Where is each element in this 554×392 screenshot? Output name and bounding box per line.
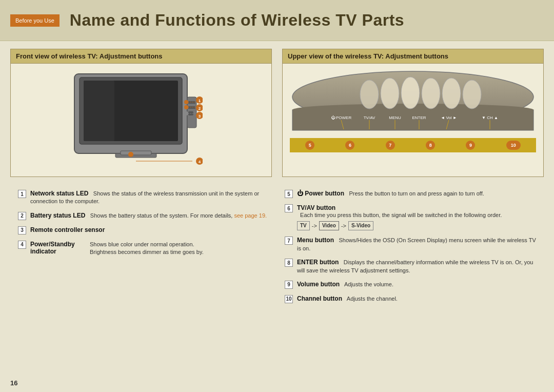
svg-point-22 xyxy=(128,152,133,157)
svg-text:⏻ POWER: ⏻ POWER xyxy=(331,115,352,120)
svg-rect-8 xyxy=(188,106,195,109)
svg-text:◄ Vol ►: ◄ Vol ► xyxy=(441,115,457,120)
callout-10: 10 xyxy=(506,141,521,150)
desc-num-4: 4 xyxy=(18,241,26,249)
desc-num-1: 1 xyxy=(18,190,26,198)
svg-text:3: 3 xyxy=(199,114,201,119)
desc-num-2: 2 xyxy=(18,212,26,220)
page-title: Name and Functions of Wireless TV Parts xyxy=(70,11,404,30)
desc-text-4: Shows blue color under normal operation.… xyxy=(90,241,204,257)
desc-item-2: 2 Battery status LED Shows the battery s… xyxy=(18,212,269,220)
svg-point-11 xyxy=(184,105,188,109)
desc-num-8: 8 xyxy=(285,259,293,267)
arrow-1: -> xyxy=(312,222,317,230)
callout-9: 9 xyxy=(466,141,475,150)
desc-right: 5 ⏻ Power button Press the button to tur… xyxy=(277,187,544,312)
desc-item-4: 4 Power/Standbyindicator Shows blue colo… xyxy=(18,241,269,257)
desc-item-6: 6 TV/AV button Each time you press this … xyxy=(285,204,536,230)
desc-num-7: 7 xyxy=(285,237,293,245)
section-badge: Before you Use xyxy=(10,14,60,27)
desc-label-4: Power/Standbyindicator xyxy=(30,241,87,255)
desc-item-10: 10 Channel button Adjusts the channel. xyxy=(285,295,536,303)
upper-view-content: ⏻ POWER TV/AV MENU ENTER ◄ Vol ► ▼ CH ▲ xyxy=(283,64,543,177)
callout-5: 5 xyxy=(305,141,314,150)
front-view-title: Front view of wireless TV: Adjustment bu… xyxy=(11,49,271,64)
desc-num-6: 6 xyxy=(285,204,293,212)
svg-text:2: 2 xyxy=(199,106,201,111)
arrow-2: -> xyxy=(341,222,346,230)
callout-7: 7 xyxy=(386,141,395,150)
callout-bar: 5 6 7 8 9 10 xyxy=(290,138,536,152)
diagrams-row: Front view of wireless TV: Adjustment bu… xyxy=(10,49,544,177)
svg-point-29 xyxy=(360,80,379,109)
desc-num-9: 9 xyxy=(285,281,293,289)
desc-text-2: Shows the battery status of the system. … xyxy=(87,212,267,219)
svg-text:1: 1 xyxy=(199,99,201,103)
desc-num-5: 5 xyxy=(285,190,293,198)
callout-8: 8 xyxy=(426,141,435,150)
desc-label-9: Volume button xyxy=(297,281,340,288)
desc-item-3: 3 Remote controller sensor xyxy=(18,226,269,234)
desc-label-2: Battery status LED xyxy=(30,212,85,219)
svg-text:▼ CH ▲: ▼ CH ▲ xyxy=(482,115,498,120)
desc-label-10: Channel button xyxy=(297,295,342,302)
desc-item-7: 7 Menu button Shows/Hides the OSD (On Sc… xyxy=(285,237,536,252)
desc-text-9: Adjusts the volume. xyxy=(341,281,393,287)
main-content: Front view of wireless TV: Adjustment bu… xyxy=(0,41,554,325)
desc-item-1: 1 Network status LED Shows the status of… xyxy=(18,190,269,206)
svg-point-10 xyxy=(184,100,188,104)
desc-label-3: Remote controller sensor xyxy=(30,226,105,233)
svg-point-34 xyxy=(463,80,481,109)
desc-left: 1 Network status LED Shows the status of… xyxy=(10,187,277,312)
svg-text:TV/AV: TV/AV xyxy=(364,115,375,120)
svg-point-32 xyxy=(422,78,440,109)
svg-text:MENU: MENU xyxy=(389,115,401,120)
svg-text:4: 4 xyxy=(199,160,201,164)
desc-item-5: 5 ⏻ Power button Press the button to tur… xyxy=(285,190,536,198)
desc-text-6: Each time you press this button, the sig… xyxy=(297,211,502,230)
signal-tv: TV xyxy=(297,221,310,230)
desc-text-5: Press the button to turn on and press ag… xyxy=(346,190,484,197)
desc-num-10: 10 xyxy=(285,295,293,303)
signal-video: Video xyxy=(319,221,339,230)
desc-label-7: Menu button xyxy=(297,237,334,244)
svg-point-33 xyxy=(442,78,461,109)
tv-front-diagram: 1 2 3 4 xyxy=(69,71,213,169)
desc-item-8: 8 ENTER button Displays the channel/batt… xyxy=(285,259,536,275)
desc-num-3: 3 xyxy=(18,226,26,234)
signal-svideo: S-Video xyxy=(348,221,373,230)
page-header: Before you Use Name and Functions of Wir… xyxy=(0,0,554,41)
descriptions-section: 1 Network status LED Shows the status of… xyxy=(10,182,544,317)
desc-label-1: Network status LED xyxy=(30,190,88,197)
svg-rect-5 xyxy=(121,151,151,155)
desc-item-9: 9 Volume button Adjusts the volume. xyxy=(285,281,536,289)
desc-label-8: ENTER button xyxy=(297,259,339,266)
tv-upper-svg: ⏻ POWER TV/AV MENU ENTER ◄ Vol ► ▼ CH ▲ xyxy=(290,69,536,141)
signal-flow: TV -> Video -> S-Video xyxy=(297,221,502,230)
page-number: 16 xyxy=(10,379,17,387)
svg-text:ENTER: ENTER xyxy=(412,115,426,120)
svg-rect-7 xyxy=(188,101,195,104)
front-view-content: 1 2 3 4 xyxy=(11,64,271,177)
desc-text-10: Adjusts the channel. xyxy=(344,296,398,302)
upper-view-title: Upper view of the wireless TV: Adjustmen… xyxy=(283,49,543,64)
svg-point-30 xyxy=(381,78,399,109)
svg-point-12 xyxy=(184,111,188,115)
front-view-section: Front view of wireless TV: Adjustment bu… xyxy=(10,49,272,177)
see-page-link[interactable]: see page 19. xyxy=(234,212,267,219)
desc-label-5: ⏻ Power button xyxy=(297,190,344,197)
tv-front-svg: 1 2 3 4 xyxy=(69,71,203,166)
svg-rect-3 xyxy=(84,81,114,141)
callout-6: 6 xyxy=(345,141,354,150)
svg-point-31 xyxy=(401,77,420,109)
desc-label-6: TV/AV button xyxy=(297,204,335,211)
upper-view-section: Upper view of the wireless TV: Adjustmen… xyxy=(282,49,544,177)
